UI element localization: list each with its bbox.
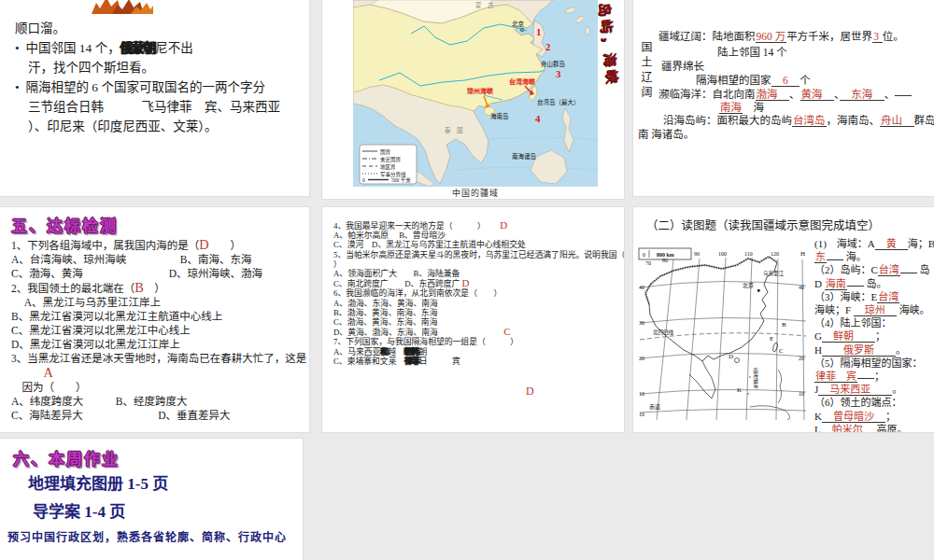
rhyme-line: 三节组合日韩 飞马律菲 宾、马来西亚: [15, 97, 280, 117]
quiz-question-list: 1、下列各组海域中，属我国内海的是（D ）A、台湾海峡、琼州海峡 B、南海、东海…: [11, 238, 306, 423]
rhyme-line: • 隔海相望的 6 个国家可取国名的一两个字分: [15, 77, 280, 97]
slide-china-map[interactable]: 国界 未定国界 地区界 军事分界线 0 500 千米 蒙 古 北京 舟山群岛 台…: [322, 0, 624, 199]
fill-in-line: (1) 海域：A 黄 海；B: [814, 237, 934, 250]
quiz-title: 五、达标检测: [11, 213, 118, 236]
legend-label: 未定国界: [380, 156, 402, 163]
fill-in-line: （5）隔海相望的国家：: [814, 357, 934, 370]
fill-in-line: （3）海峡：E台湾: [814, 290, 934, 303]
nanhai-label: 南海诸岛: [512, 152, 536, 161]
meridian-label: 90: [694, 251, 700, 257]
reading-title: （二）读图题（读我国疆域示意图完成填空）: [646, 216, 880, 233]
sea-number-2: 2: [545, 41, 551, 52]
quiz-line: ）: [333, 259, 624, 269]
homework-item: 导学案 1-4 页: [33, 498, 125, 522]
beijing-dot: [757, 289, 760, 292]
china-territory-map: 国界 未定国界 地区界 军事分界线 0 500 千米 蒙 古 北京 舟山群岛 台…: [353, 0, 598, 187]
rhyme-line: ）、印尼来（印度尼西亚、文莱）。: [15, 117, 280, 136]
quiz-line: A、台湾海峡、琼州海峡 B、南海、东海: [11, 253, 306, 267]
slide-homework[interactable]: 六、本周作业 地理填充图册 1-5 页 导学案 1-4 页 预习中国行政区划，熟…: [0, 439, 303, 560]
quiz-line: A、渤海、东海、黄海、南海: [333, 299, 624, 308]
quiz-line: B、渤海、黄海、南海、东海: [333, 308, 624, 317]
parallel-label: 30: [639, 320, 644, 326]
sketch-map: 0 800 km 90 100 110 120 H 70 80 40 30 20…: [638, 246, 809, 424]
mongolia-label: 蒙 古: [475, 1, 494, 9]
territory-line: 疆域辽阔：陆地面积960 万平方千米，居世界3 位。: [658, 28, 904, 43]
fill-in-line: H 俄罗斯 。: [814, 343, 934, 357]
quiz-line: A、纬度跨度大 B、经度跨度大: [11, 395, 306, 409]
tropic-label: 北回归线: [653, 329, 674, 336]
fill-in-line: 律菲 宾 ；: [814, 370, 934, 383]
slide-quiz-2[interactable]: 4、我国最早迎来一天的地方是（ ） DA、帕米尔高原 B、曾母暗沙C、漠河 D、…: [322, 207, 624, 432]
fill-in-line: 海峡；F 琼州 海峡。: [814, 303, 934, 316]
quiz-line: A、领海面积广大 B、海陆兼备: [333, 269, 624, 278]
taiwan-island-label: 台湾岛（最大）: [537, 98, 580, 106]
parallel-label: 20: [639, 356, 644, 361]
sea-number-1: 1: [536, 26, 542, 37]
parallel-label: 40: [799, 285, 804, 290]
beijing-sketch-label: 北京: [743, 282, 754, 289]
rhyme-title: 顺口溜。: [15, 19, 280, 38]
sea-number-3: 3: [556, 68, 561, 79]
islands-label: 南海诸岛: [753, 367, 758, 390]
homework-item: 预习中国行政区划，熟悉各省轮廓、简称、行政中心: [7, 528, 287, 545]
qiongzhou-strait-label: 琼州海峡: [467, 87, 494, 95]
equator-label: 赤道: [649, 403, 660, 411]
homework-title: 六、本周作业: [13, 446, 120, 469]
parallel-label: 70: [645, 260, 651, 266]
quiz-line: C、柬埔寨和文莱 律菲日 宾: [333, 357, 624, 366]
quiz-line: C、漠河 D、黑龙江与乌苏里江主航道中心线相交处: [333, 240, 624, 249]
legend-label: 地区界: [380, 163, 396, 171]
letter-E: E: [770, 335, 773, 343]
fill-in-line: D 海南 岛。: [814, 277, 934, 290]
scale-zero: 0: [362, 177, 365, 183]
quiz-line: C、渤海、黄海、东海、南海: [333, 317, 624, 327]
quiz-line: 4、我国最早迎来一天的地方是（ ） D: [333, 220, 624, 231]
letter-K: K: [737, 386, 742, 394]
scale-label: 500 千米: [391, 176, 411, 184]
homework-item: 地理填充图册 1-5 页: [28, 470, 168, 494]
quiz-line: D、黑龙江省漠河以北黑龙江江岸上: [11, 338, 306, 352]
beijing-label: 北京: [512, 20, 525, 28]
meridian-label: 100: [718, 251, 727, 257]
slide-rhyme-notes[interactable]: 顺口溜。 • 中国邻国 14 个，俄蒙朝尼不出 汗，找个四个斯坦看。 • 隔海相…: [0, 0, 309, 196]
quiz-line: 7、下列国家，与我国隔海相望的一组是（ ）: [333, 337, 624, 346]
rhyme-line: • 中国邻国 14 个，俄蒙朝尼不出: [15, 38, 280, 58]
taiwan-strait-label: 台湾海峡: [509, 77, 536, 86]
slide-territory-notes[interactable]: 国土辽阔 疆域辽阔：陆地面积960 万平方千米，居世界3 位。 陆上邻国 14 …: [633, 0, 934, 196]
quiz-line: 5、当帕米尔高原还是满天星斗的黑夜时，乌苏里江已经洒满了阳光。说明我国（: [333, 250, 624, 259]
corner-label: H: [800, 250, 805, 258]
map-legend: 国界 未定国界 地区界 军事分界线 0 500 千米: [360, 145, 417, 184]
quiz-line: 1、下列各组海域中，属我国内海的是（D ）: [11, 238, 306, 253]
quiz-line: C、渤海、黄海 D、琼州海峡、渤海: [11, 267, 306, 281]
fill-in-line: L 帕米尔 高原。: [814, 423, 934, 432]
slide-quiz-1[interactable]: 五、达标检测 1、下列各组海域中，属我国内海的是（D ）A、台湾海峡、琼州海峡 …: [0, 207, 309, 432]
quiz-line: C、海陆差异大 D、垂直差异大: [11, 409, 306, 423]
thailand-label: 泰 国: [445, 126, 463, 134]
slide-map-reading[interactable]: （二）读图题（读我国疆域示意图完成填空）: [633, 207, 934, 432]
quiz-line: A: [11, 366, 306, 381]
territory-line: 南 海诸岛。: [638, 126, 694, 141]
quiz-line: 3、当黑龙江省还是冰天雪地时，海南岛已在春耕大忙了，这是: [11, 352, 306, 366]
rhyme-text-block: 顺口溜。 • 中国邻国 14 个，俄蒙朝尼不出 汗，找个四个斯坦看。 • 隔海相…: [15, 19, 280, 136]
meridian-label: 120: [771, 251, 779, 257]
legend-label: 国界: [380, 149, 391, 156]
quiz-line: 因为（ ）: [11, 381, 306, 395]
quiz-line: C、黑龙江省漠河以北黑龙江中心线上: [11, 324, 306, 338]
sketch-scale-zero: 0: [643, 252, 645, 258]
vertical-heading: 国土辽阔: [638, 41, 654, 101]
fill-in-line: G 鲜朝 ；: [814, 329, 934, 343]
parallel-label: 10: [799, 391, 804, 397]
fill-in-line: J 马来西亚 。: [814, 383, 934, 396]
answer-mark: D: [526, 385, 534, 399]
fill-in-answer-list: (1) 海域：A 黄 海；B东 海。（2）岛屿：C台湾 岛D 海南 岛。（3）海…: [814, 237, 934, 432]
hainan-label: 海南岛: [490, 112, 509, 120]
quiz-line: 2、我国领土的最北端在（B ）: [11, 281, 306, 296]
letter-D: D: [729, 353, 733, 360]
quiz-line: A、黑龙江与乌苏里江江岸上: [11, 296, 306, 310]
territory-line: 沿海岛屿：面积最大的岛屿台湾岛，海南岛、舟山 群岛、: [663, 112, 934, 127]
parallel-label: 40: [639, 285, 644, 290]
fill-in-line: K 曾母暗沙 ；: [814, 410, 934, 423]
territory-line: 陆上邻国 14 个: [717, 44, 787, 59]
parallel-label: 80: [662, 258, 668, 263]
fill-in-line: （4）陆上邻国：: [814, 316, 934, 329]
